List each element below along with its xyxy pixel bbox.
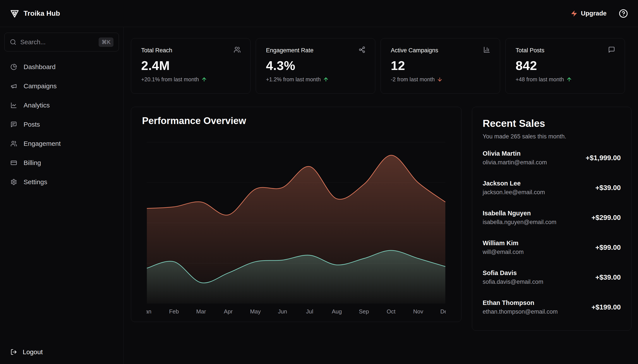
upgrade-button[interactable]: Upgrade bbox=[571, 10, 606, 17]
logout-label: Logout bbox=[23, 348, 43, 356]
stat-change: +1.2% from last month bbox=[266, 76, 365, 82]
sale-row: Sofia Davis sofia.davis@email.com +$39.0… bbox=[483, 270, 621, 285]
sidebar-item-posts[interactable]: Posts bbox=[4, 117, 119, 132]
users-icon bbox=[11, 140, 17, 147]
logo-triangle-icon bbox=[10, 9, 19, 18]
svg-text:Dec: Dec bbox=[440, 308, 446, 315]
sale-name: Sofia Davis bbox=[483, 270, 543, 276]
recent-sales-list: Olivia Martin olivia.martin@email.com +$… bbox=[483, 150, 621, 315]
topbar-right: Upgrade bbox=[571, 9, 628, 18]
sale-amount: +$199.00 bbox=[591, 303, 621, 311]
app-title: Troika Hub bbox=[24, 9, 60, 18]
search-shortcut-badge: ⌘K bbox=[99, 38, 113, 47]
search-box[interactable]: ⌘K bbox=[4, 33, 119, 52]
sale-amount: +$299.00 bbox=[591, 214, 621, 222]
arrow-up-icon bbox=[201, 76, 207, 82]
sale-email: jackson.lee@email.com bbox=[483, 189, 545, 196]
search-icon bbox=[10, 39, 16, 45]
sidebar-item-campaigns[interactable]: Campaigns bbox=[4, 78, 119, 94]
sale-email: isabella.nguyen@email.com bbox=[483, 219, 556, 226]
share-icon bbox=[359, 46, 366, 53]
upgrade-label: Upgrade bbox=[581, 10, 606, 17]
sale-email: will@email.com bbox=[483, 249, 524, 256]
line-chart-icon bbox=[11, 102, 17, 108]
sidebar-item-label: Campaigns bbox=[24, 82, 57, 90]
stat-change-text: +20.1% from last month bbox=[141, 76, 199, 82]
svg-text:Nov: Nov bbox=[413, 308, 423, 315]
sale-name: Olivia Martin bbox=[483, 150, 547, 157]
topbar: Troika Hub Upgrade bbox=[0, 0, 638, 27]
sale-amount: +$39.00 bbox=[595, 273, 621, 282]
svg-text:Feb: Feb bbox=[169, 308, 179, 315]
arrow-up-icon bbox=[566, 76, 572, 82]
stat-card-total-reach: Total Reach 2.4M +20.1% from last month bbox=[131, 38, 250, 94]
stat-card-engagement-rate: Engagement Rate 4.3% +1.2% from last mon… bbox=[256, 38, 375, 94]
stat-change-text: -2 from last month bbox=[391, 76, 435, 82]
svg-text:Aug: Aug bbox=[332, 308, 342, 315]
sale-row: Ethan Thompson ethan.thompson@email.com … bbox=[483, 299, 621, 315]
svg-text:Jan: Jan bbox=[146, 308, 151, 315]
sale-email: olivia.martin@email.com bbox=[483, 159, 547, 166]
stat-change-text: +1.2% from last month bbox=[266, 76, 321, 82]
arrow-up-icon bbox=[323, 76, 329, 82]
main-content: Total Reach 2.4M +20.1% from last month … bbox=[124, 27, 638, 364]
sidebar-item-dashboard[interactable]: Dashboard bbox=[4, 59, 119, 74]
chart-title: Performance Overview bbox=[142, 115, 246, 126]
svg-text:Jun: Jun bbox=[278, 308, 287, 315]
sale-email: ethan.thompson@email.com bbox=[483, 308, 558, 315]
stat-value: 2.4M bbox=[141, 58, 240, 73]
recent-sales-card: Recent Sales You made 265 sales this mon… bbox=[472, 107, 631, 331]
sidebar-item-label: Billing bbox=[24, 159, 41, 166]
sidebar: ⌘K Dashboard Campaigns bbox=[0, 27, 124, 364]
stat-change-text: +48 from last month bbox=[516, 76, 564, 82]
search-input[interactable] bbox=[20, 38, 95, 46]
megaphone-icon bbox=[11, 83, 17, 89]
svg-text:Mar: Mar bbox=[196, 308, 206, 315]
sidebar-item-label: Analytics bbox=[24, 102, 50, 109]
gear-icon bbox=[11, 179, 17, 185]
sidebar-item-label: Dashboard bbox=[24, 63, 56, 70]
message-square-icon bbox=[608, 46, 615, 53]
help-circle-icon[interactable] bbox=[619, 9, 628, 18]
sale-row: Olivia Martin olivia.martin@email.com +$… bbox=[483, 150, 621, 166]
svg-text:Oct: Oct bbox=[387, 308, 396, 315]
svg-text:Sep: Sep bbox=[359, 308, 369, 315]
arrow-down-icon bbox=[437, 76, 443, 82]
sale-name: Jackson Lee bbox=[483, 180, 545, 187]
stat-title: Engagement Rate bbox=[266, 47, 365, 54]
logout-button[interactable]: Logout bbox=[11, 348, 43, 356]
sidebar-item-analytics[interactable]: Analytics bbox=[4, 98, 119, 113]
stat-title: Total Reach bbox=[141, 47, 240, 54]
performance-area-chart: JanFebMarAprMayJunJulAugSepOctNovDec bbox=[146, 142, 446, 316]
stat-change: -2 from last month bbox=[391, 76, 490, 82]
sidebar-nav: Dashboard Campaigns Analytics bbox=[4, 59, 119, 190]
stat-value: 842 bbox=[516, 58, 615, 73]
stat-value: 4.3% bbox=[266, 58, 365, 73]
sale-email: sofia.davis@email.com bbox=[483, 278, 543, 285]
stat-card-total-posts: Total Posts 842 +48 from last month bbox=[505, 38, 625, 94]
sidebar-item-label: Settings bbox=[24, 178, 47, 186]
credit-card-icon bbox=[11, 160, 17, 166]
message-square-text-icon bbox=[11, 121, 17, 128]
stat-title: Total Posts bbox=[516, 47, 615, 54]
stat-title: Active Campaigns bbox=[391, 47, 490, 54]
performance-overview-card: Performance Overview JanFebMarAprMayJunJ… bbox=[131, 107, 461, 322]
zap-icon bbox=[571, 10, 577, 17]
sidebar-item-engagement[interactable]: Engagement bbox=[4, 136, 119, 151]
recent-sales-title: Recent Sales bbox=[483, 118, 621, 129]
sidebar-item-settings[interactable]: Settings bbox=[4, 174, 119, 190]
svg-text:May: May bbox=[250, 308, 261, 315]
logout-icon bbox=[11, 349, 17, 355]
sidebar-item-billing[interactable]: Billing bbox=[4, 155, 119, 170]
svg-text:Jul: Jul bbox=[306, 308, 313, 315]
sale-name: William Kim bbox=[483, 240, 524, 247]
sidebar-item-label: Engagement bbox=[24, 140, 61, 147]
sale-amount: +$1,999.00 bbox=[586, 154, 621, 162]
recent-sales-subtitle: You made 265 sales this month. bbox=[483, 133, 621, 140]
sale-row: William Kim will@email.com +$99.00 bbox=[483, 240, 621, 256]
stat-value: 12 bbox=[391, 58, 490, 73]
svg-text:Apr: Apr bbox=[224, 308, 233, 315]
pie-chart-icon bbox=[11, 64, 17, 70]
sidebar-item-label: Posts bbox=[24, 121, 40, 128]
sale-name: Ethan Thompson bbox=[483, 299, 558, 306]
